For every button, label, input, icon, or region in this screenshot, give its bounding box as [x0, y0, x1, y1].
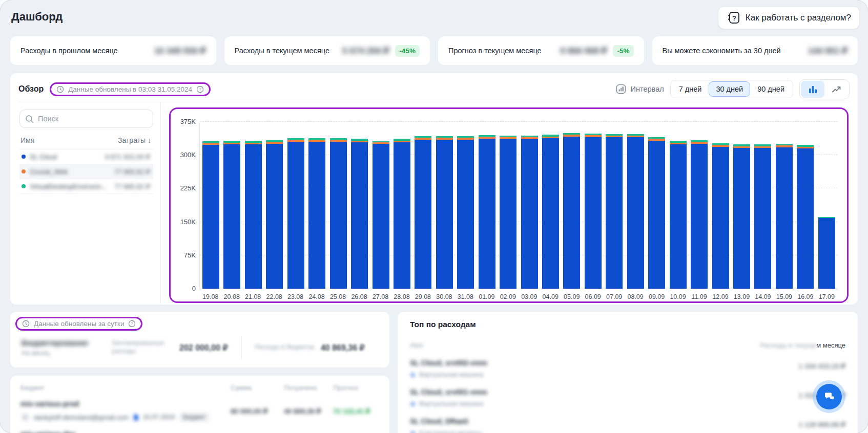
top-expenses-title: Топ по расходам [410, 320, 845, 329]
chart-bar-21.08[interactable] [245, 141, 262, 289]
bar-chart-view-button[interactable] [801, 81, 824, 98]
interval-option-1[interactable]: 30 дней [709, 81, 750, 97]
chart-bar-31.08[interactable] [457, 136, 474, 289]
x-axis-label: 17.09 [816, 293, 837, 300]
stat-card-current-month: Расходы в текущем месяце 5 674 294 ₽ -45… [224, 36, 430, 65]
question-circle-icon[interactable]: ? [196, 85, 204, 93]
x-axis-label: 28.08 [391, 293, 412, 300]
stat-label: Расходы в прошлом месяце [20, 47, 118, 55]
bar-segment [606, 137, 623, 289]
budget-table-card: Бюджет Сумма Потрачено Прогноз mix-vario… [10, 376, 389, 433]
line-chart-icon [831, 85, 842, 94]
search-box [19, 110, 153, 128]
chart-bar-03.09[interactable] [521, 136, 538, 289]
stat-value-redacted: 10 349 550 ₽ [154, 46, 206, 56]
legend-name-redacted: VirtualDesktopEnvironm... [30, 183, 107, 190]
interval-option-2[interactable]: 90 дней [750, 81, 792, 97]
chat-bubbles-icon [823, 391, 835, 403]
stat-label: Прогноз в текущем месяце [448, 47, 542, 55]
chart-bar-23.08[interactable] [287, 138, 304, 289]
bar-segment [500, 139, 516, 289]
budget-date: 10.07.2024 [143, 414, 175, 421]
chart-bar-26.08[interactable] [351, 139, 368, 289]
bar-segment [351, 142, 368, 289]
x-axis-label: 27.08 [370, 293, 391, 300]
chart-bar-22.08[interactable] [266, 140, 283, 289]
resource-type-redacted: Кластерные ресурсы [410, 429, 482, 433]
legend-row[interactable]: Crucial_Web77 865,82 ₽ [19, 164, 153, 179]
top-expense-name-block: SL Cloud, srv002-vmmВиртуальная машина [410, 359, 487, 378]
chart-bar-19.08[interactable] [202, 141, 219, 289]
top-expense-rows: SL Cloud, srv002-vmmВиртуальная машина1 … [410, 359, 845, 433]
x-axis-label: 01.09 [476, 293, 497, 300]
top-expense-row[interactable]: SL Cloud, srv002-vmmВиртуальная машина1 … [410, 359, 845, 378]
stat-label: Вы можете сэкономить за 30 дней [663, 47, 781, 55]
x-axis-label: 10.09 [667, 293, 688, 300]
bar-segment [287, 142, 304, 289]
resource-type-redacted: Виртуальная машина [410, 400, 487, 407]
svg-text:?: ? [732, 14, 736, 22]
x-axis-label: 21.08 [242, 293, 263, 300]
help-button[interactable]: ? Как работать с разделом? [718, 6, 860, 29]
chart-bar-20.08[interactable] [223, 141, 240, 289]
chart-bar-27.08[interactable] [373, 141, 389, 289]
chart-bar-16.09[interactable] [797, 145, 814, 289]
chart-bar-30.08[interactable] [436, 136, 453, 289]
search-input[interactable] [38, 115, 148, 123]
chart-bar-11.09[interactable] [691, 140, 708, 289]
page-title: Дашборд [11, 6, 63, 24]
x-axis-label: 06.09 [582, 293, 603, 300]
legend-row[interactable]: SL Cloud9 871 502,00 ₽ [19, 149, 153, 164]
x-axis-labels: 19.0820.0821.0822.0823.0824.0825.0826.08… [199, 293, 838, 300]
interval-option-0[interactable]: 7 дней [672, 81, 709, 97]
x-axis-label: 30.08 [433, 293, 454, 300]
budget-spent-block: Расходы в бюджетах 40 869,36 ₽ [255, 343, 365, 353]
chart-bar-06.09[interactable] [585, 134, 602, 289]
line-chart-view-button[interactable] [824, 81, 848, 98]
bar-segment [521, 139, 538, 289]
budget-row[interactable]: mix-various-devddankyloff-demoland@gmail… [20, 430, 379, 433]
chart-bar-05.09[interactable] [563, 133, 580, 289]
chart-bar-04.09[interactable] [542, 135, 559, 289]
chart-bar-17.09[interactable] [818, 217, 835, 289]
question-circle-icon[interactable]: ? [128, 320, 136, 328]
bar-segment [585, 137, 602, 289]
bar-segment [308, 142, 325, 289]
chart-bar-10.09[interactable] [670, 141, 687, 289]
top-expense-row[interactable]: SL Cloud, srv001-vmmВиртуальная машина1 … [410, 388, 845, 407]
chart-bar-29.08[interactable] [415, 136, 431, 289]
x-axis-label: 15.09 [774, 293, 795, 300]
x-axis-label: 02.09 [498, 293, 519, 300]
x-axis-label: 09.09 [646, 293, 667, 300]
bar-segment [797, 148, 814, 289]
x-axis-label: 25.08 [327, 293, 348, 300]
support-chat-button[interactable] [816, 384, 842, 409]
chart-bar-08.09[interactable] [627, 134, 644, 289]
help-button-label: Как работать с разделом? [746, 13, 851, 23]
legend-row[interactable]: VirtualDesktopEnvironm...77 865,82 ₽ [19, 179, 153, 194]
budget-row[interactable]: mix-various-prodddankyloff-demoland@gmai… [20, 400, 379, 422]
x-axis-label: 14.09 [752, 293, 773, 300]
resource-type-icon [410, 372, 416, 378]
chart-bar-15.09[interactable] [776, 144, 793, 289]
y-axis-label: 225K [174, 184, 196, 192]
chart-bar-28.08[interactable] [394, 139, 410, 289]
chart-bar-07.09[interactable] [606, 134, 623, 289]
chart-bar-25.08[interactable] [330, 138, 347, 289]
chart-bar-13.09[interactable] [733, 144, 750, 289]
chart-bar-24.08[interactable] [308, 138, 325, 289]
stat-card-forecast: Прогноз в текущем месяце 9 866 968 ₽ -5% [438, 36, 644, 65]
chart-bar-09.09[interactable] [648, 137, 665, 289]
cost-column-sort-header[interactable]: Затраты ↓ [118, 136, 151, 144]
chart-bar-12.09[interactable] [712, 143, 729, 289]
resource-name-redacted: SL Cloud, srv001-vmm [410, 388, 487, 396]
budget-summary-row: Бюджетирование На месяц Запланированные … [22, 336, 379, 359]
x-axis-label: 05.09 [561, 293, 582, 300]
chart-bar-14.09[interactable] [754, 144, 771, 289]
x-axis-label: 20.08 [221, 293, 242, 300]
top-expense-row[interactable]: SL Cloud, DRaaSКластерные ресурсы1 128 6… [410, 417, 845, 433]
chart-bar-01.09[interactable] [479, 135, 495, 289]
chart-bar-02.09[interactable] [500, 136, 516, 289]
bar-segment [733, 148, 750, 289]
stat-label: Расходы в текущем месяце [235, 47, 329, 55]
